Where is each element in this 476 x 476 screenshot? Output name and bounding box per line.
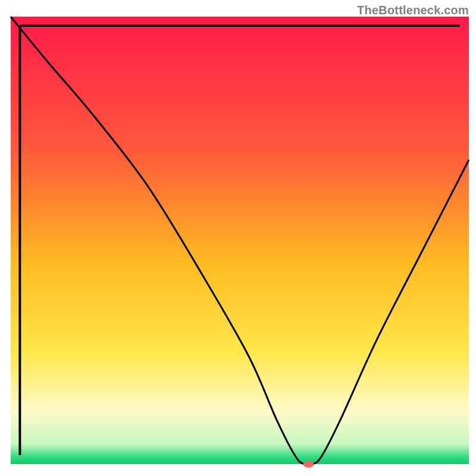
optimal-marker [303,461,314,468]
chart-background [11,17,469,464]
bottleneck-chart [0,0,476,476]
watermark-text: TheBottleneck.com [357,4,469,17]
